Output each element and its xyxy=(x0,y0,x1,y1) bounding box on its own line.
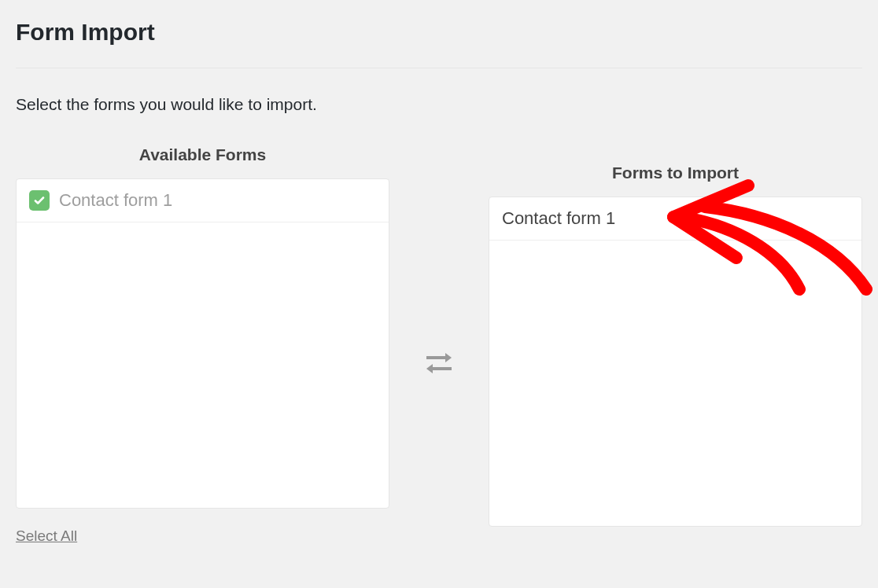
available-panel: Contact form 1 xyxy=(16,178,389,509)
svg-marker-1 xyxy=(445,353,452,362)
to-import-form-label: Contact form 1 xyxy=(502,208,615,229)
swap-arrows-icon xyxy=(423,349,455,377)
svg-rect-0 xyxy=(426,356,447,359)
available-form-row[interactable]: Contact form 1 xyxy=(17,179,389,222)
to-import-heading: Forms to Import xyxy=(612,164,739,182)
divider xyxy=(16,68,862,68)
available-heading: Available Forms xyxy=(139,145,266,164)
swap-icon-container xyxy=(389,349,489,377)
instruction-text: Select the forms you would like to impor… xyxy=(16,95,862,114)
form-columns: Available Forms Contact form 1 Select Al… xyxy=(16,145,862,545)
available-forms-column: Available Forms Contact form 1 Select Al… xyxy=(16,145,389,545)
svg-marker-3 xyxy=(426,364,433,373)
svg-rect-2 xyxy=(431,367,452,370)
forms-to-import-column: Forms to Import Contact form 1 xyxy=(489,164,862,527)
to-import-panel: Contact form 1 xyxy=(489,197,862,527)
available-form-label: Contact form 1 xyxy=(59,190,172,211)
select-all-link[interactable]: Select All xyxy=(16,527,77,545)
page-title: Form Import xyxy=(16,19,862,46)
to-import-form-row[interactable]: Contact form 1 xyxy=(489,197,861,241)
checkbox-checked-icon[interactable] xyxy=(29,190,50,211)
